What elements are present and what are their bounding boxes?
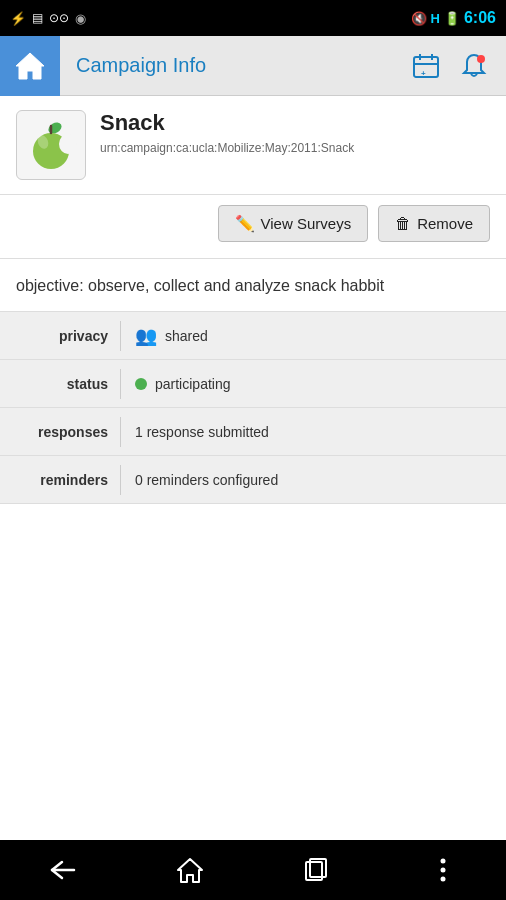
pencil-icon: ✏️	[235, 214, 255, 233]
home-icon	[13, 49, 47, 83]
svg-point-17	[440, 868, 445, 873]
status-label: status	[0, 364, 120, 404]
responses-text: 1 response submitted	[135, 424, 269, 440]
responses-label: responses	[0, 412, 120, 452]
reminders-row: reminders 0 reminders configured	[0, 456, 506, 504]
status-bar-left: ⚡ ▤ ⊙⊙ ◉	[10, 11, 86, 26]
privacy-row: privacy 👥 shared	[0, 312, 506, 360]
scroll-area[interactable]: Snack urn:campaign:ca:ucla:Mobilize:May:…	[0, 96, 506, 840]
privacy-text: shared	[165, 328, 208, 344]
status-bar-right: 🔇 H 🔋 6:06	[411, 9, 496, 27]
mute-icon: 🔇	[411, 11, 427, 26]
app-logo-icon	[24, 118, 78, 172]
bell-icon	[460, 52, 488, 80]
svg-marker-0	[16, 53, 44, 79]
svg-text:+: +	[421, 69, 426, 78]
campaign-info: Snack urn:campaign:ca:ucla:Mobilize:May:…	[100, 110, 490, 157]
view-surveys-button[interactable]: ✏️ View Surveys	[218, 205, 369, 242]
page-title: Campaign Info	[60, 54, 402, 77]
signal-icon: H	[431, 11, 440, 26]
info-table: privacy 👥 shared status participating re…	[0, 312, 506, 504]
status-text: participating	[155, 376, 231, 392]
svg-point-10	[59, 134, 77, 154]
responses-value: 1 response submitted	[121, 412, 506, 452]
app-bar-actions: +	[402, 42, 506, 90]
campaign-logo	[16, 110, 86, 180]
overflow-menu-icon	[439, 856, 447, 884]
back-button[interactable]	[38, 850, 88, 890]
trash-icon: 🗑	[395, 215, 411, 233]
home-button[interactable]	[0, 36, 60, 96]
privacy-label: privacy	[0, 316, 120, 356]
android-icon: ◉	[75, 11, 86, 26]
campaign-name: Snack	[100, 110, 490, 136]
sim-icon: ▤	[32, 11, 43, 25]
status-value: participating	[121, 364, 506, 404]
campaign-card: Snack urn:campaign:ca:ucla:Mobilize:May:…	[0, 96, 506, 195]
view-surveys-label: View Surveys	[261, 215, 352, 232]
usb-icon: ⚡	[10, 11, 26, 26]
objective-section: objective: observe, collect and analyze …	[0, 259, 506, 312]
calendar-icon: +	[412, 52, 440, 80]
time-display: 6:06	[464, 9, 496, 27]
responses-row: responses 1 response submitted	[0, 408, 506, 456]
notifications-button[interactable]	[450, 42, 498, 90]
svg-point-6	[477, 55, 485, 63]
app-bar: Campaign Info +	[0, 36, 506, 96]
svg-point-16	[440, 859, 445, 864]
reminders-label: reminders	[0, 460, 120, 500]
overflow-menu-button[interactable]	[418, 850, 468, 890]
recents-icon	[303, 857, 329, 883]
campaign-urn: urn:campaign:ca:ucla:Mobilize:May:2011:S…	[100, 140, 490, 157]
nav-home-icon	[176, 856, 204, 884]
reminders-value: 0 reminders configured	[121, 460, 506, 500]
recents-button[interactable]	[291, 850, 341, 890]
status-bar: ⚡ ▤ ⊙⊙ ◉ 🔇 H 🔋 6:06	[0, 0, 506, 36]
battery-icon: 🔋	[444, 11, 460, 26]
shared-icon: 👥	[135, 325, 157, 347]
svg-rect-1	[414, 57, 438, 77]
remove-label: Remove	[417, 215, 473, 232]
nav-bar	[0, 840, 506, 900]
privacy-value: 👥 shared	[121, 313, 506, 359]
remove-button[interactable]: 🗑 Remove	[378, 205, 490, 242]
action-buttons: ✏️ View Surveys 🗑 Remove	[0, 195, 506, 259]
status-row: status participating	[0, 360, 506, 408]
reminders-text: 0 reminders configured	[135, 472, 278, 488]
status-dot-icon	[135, 378, 147, 390]
calendar-button[interactable]: +	[402, 42, 450, 90]
svg-marker-13	[178, 859, 202, 882]
back-icon	[48, 858, 78, 882]
nav-home-button[interactable]	[165, 850, 215, 890]
objective-text: objective: observe, collect and analyze …	[16, 277, 384, 294]
svg-point-18	[440, 877, 445, 882]
voicemail-icon: ⊙⊙	[49, 11, 69, 25]
